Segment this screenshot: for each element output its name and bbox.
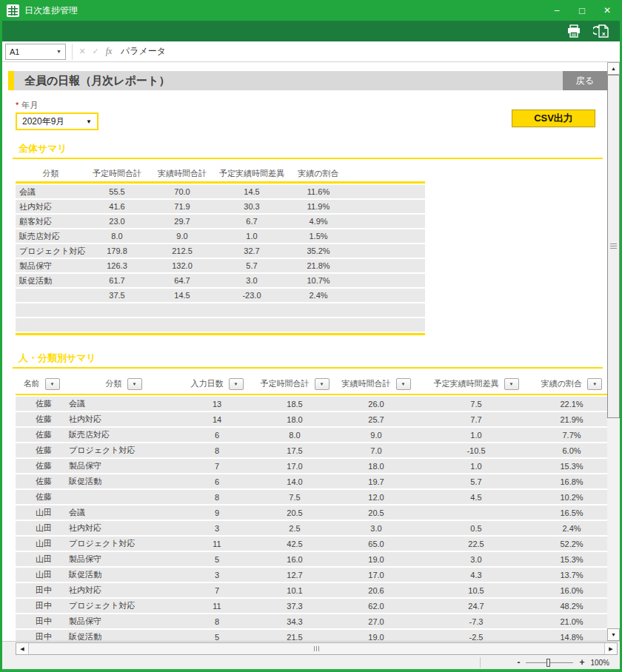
cell-planned-total: 12.7 bbox=[254, 571, 335, 579]
divider bbox=[480, 657, 481, 668]
column-header: 実績時間合計 ▼ bbox=[335, 378, 417, 390]
window-controls: – □ ✕ bbox=[544, 0, 620, 21]
cell-ratio: 21.8% bbox=[287, 261, 350, 270]
cell-actual-total: 3.0 bbox=[335, 524, 417, 533]
name-box-value: A1 bbox=[10, 47, 19, 56]
filter-button[interactable]: ▼ bbox=[396, 378, 411, 390]
table-row: 37.5 14.5 -23.0 2.4% bbox=[16, 289, 425, 302]
cell-actual-total: 65.0 bbox=[335, 540, 417, 548]
cancel-icon[interactable]: ✕ bbox=[76, 47, 89, 56]
cell-name: 佐藤 bbox=[16, 491, 67, 503]
cell-category: 製品保守 bbox=[67, 460, 180, 471]
scroll-down-icon[interactable]: ▼ bbox=[607, 628, 620, 641]
cell-planned-total: 37.5 bbox=[86, 291, 148, 300]
column-header: 予定実績時間差異 bbox=[216, 168, 287, 179]
cell-planned-total: 34.3 bbox=[254, 617, 335, 626]
cell-actual-total: 64.7 bbox=[148, 276, 216, 285]
cell-name: 山田 bbox=[16, 569, 67, 580]
horizontal-scrollbar[interactable]: ◀ ▶ bbox=[16, 642, 618, 655]
table-row: 佐藤 製品保守 7 17.0 18.0 1.0 15.3% bbox=[16, 459, 607, 473]
window-bottom-border bbox=[2, 669, 620, 672]
name-box-dropdown-icon[interactable]: ▼ bbox=[56, 49, 61, 54]
cell-input-days: 8 bbox=[180, 493, 254, 502]
cell-ratio: 15.3% bbox=[535, 555, 607, 564]
year-month-label: *年月 bbox=[16, 100, 607, 110]
cell-category: 販促活動 bbox=[67, 569, 180, 580]
zoom-out-icon[interactable]: - bbox=[517, 658, 520, 667]
maximize-icon[interactable]: □ bbox=[569, 0, 595, 21]
minimize-icon[interactable]: – bbox=[544, 0, 569, 21]
cell-actual-total: 19.7 bbox=[335, 477, 417, 486]
filter-button[interactable]: ▼ bbox=[127, 378, 142, 390]
cell-input-days: 9 bbox=[180, 508, 254, 517]
scroll-up-icon[interactable]: ▲ bbox=[607, 62, 620, 75]
excel-export-icon[interactable]: x bbox=[592, 22, 610, 40]
table-row: 会議 55.5 70.0 14.5 11.6% bbox=[16, 185, 425, 198]
scroll-grip bbox=[314, 646, 320, 651]
cell-name: 佐藤 bbox=[16, 414, 67, 425]
vertical-scroll-thumb[interactable] bbox=[607, 75, 620, 418]
cell-name: 山田 bbox=[16, 554, 67, 565]
cell-actual-total: 26.0 bbox=[335, 400, 417, 409]
cell-ratio: 2.4% bbox=[535, 524, 607, 533]
cell-category: 社内対応 bbox=[67, 523, 180, 534]
zoom-in-icon[interactable]: + bbox=[579, 658, 584, 667]
cell-planned-total: 16.0 bbox=[254, 555, 335, 564]
cell-name: 山田 bbox=[16, 538, 67, 549]
cell-ratio: 6.0% bbox=[535, 446, 607, 455]
cell-difference: 5.7 bbox=[417, 477, 535, 486]
table-row bbox=[16, 303, 425, 317]
filter-button[interactable]: ▼ bbox=[315, 378, 330, 390]
scroll-right-icon[interactable]: ▶ bbox=[605, 643, 617, 654]
zoom-slider[interactable] bbox=[526, 659, 573, 667]
title-strip: 全員の日報（月次レポート） 戻る bbox=[14, 71, 607, 90]
filter-arrow-icon: ▼ bbox=[133, 382, 137, 386]
cell-name: 田中 bbox=[16, 585, 67, 596]
scroll-left-icon[interactable]: ◀ bbox=[16, 643, 28, 654]
filter-button[interactable]: ▼ bbox=[45, 378, 60, 390]
cell-difference: 3.0 bbox=[417, 555, 535, 564]
person-summary-table: 名前 ▼ 分類 ▼ 入力日数 ▼ bbox=[16, 376, 607, 641]
cell-category: 会議 bbox=[67, 507, 180, 518]
cell-difference: 0.5 bbox=[417, 524, 535, 533]
vertical-scroll-track[interactable] bbox=[607, 75, 620, 628]
csv-export-button[interactable]: CSV出力 bbox=[512, 110, 595, 127]
filter-arrow-icon: ▼ bbox=[509, 382, 514, 386]
filter-arrow-icon: ▼ bbox=[592, 382, 597, 386]
cell-input-days: 5 bbox=[180, 555, 254, 564]
table-row: 顧客対応 23.0 29.7 6.7 4.9% bbox=[16, 215, 425, 228]
cell-ratio: 2.4% bbox=[287, 291, 350, 300]
cell-actual-total: 212.5 bbox=[148, 246, 216, 255]
table-header: 分類予定時間合計実績時間合計予定実績時間差異実績の割合 bbox=[16, 168, 425, 184]
cell-ratio: 13.7% bbox=[535, 571, 607, 579]
table-header: 名前 ▼ 分類 ▼ 入力日数 ▼ bbox=[16, 376, 607, 395]
formula-bar: A1 ▼ ✕ ✓ fx パラメータ bbox=[2, 41, 620, 62]
name-box[interactable]: A1 ▼ bbox=[5, 44, 66, 60]
function-icon[interactable]: fx bbox=[102, 46, 116, 57]
table-row: 山田 製品保守 5 16.0 19.0 3.0 15.3% bbox=[16, 552, 607, 566]
filter-button[interactable]: ▼ bbox=[229, 378, 244, 390]
confirm-icon[interactable]: ✓ bbox=[89, 47, 102, 56]
filter-button[interactable]: ▼ bbox=[504, 378, 519, 390]
column-header: 実績の割合 ▼ bbox=[535, 378, 607, 390]
cell-category: プロジェクト対応 bbox=[16, 246, 86, 257]
cell-difference: -10.5 bbox=[417, 446, 535, 455]
close-icon[interactable]: ✕ bbox=[595, 0, 620, 21]
column-header: 実績の割合 bbox=[287, 168, 350, 179]
cell-input-days: 14 bbox=[180, 415, 254, 424]
vertical-scrollbar[interactable]: ▲ ▼ bbox=[607, 62, 620, 641]
formula-input[interactable]: パラメータ bbox=[116, 45, 618, 58]
filter-button[interactable]: ▼ bbox=[587, 378, 602, 390]
cell-difference: 1.0 bbox=[417, 462, 535, 471]
zoom-slider-thumb[interactable] bbox=[546, 659, 550, 667]
cell-difference: -7.3 bbox=[417, 617, 535, 626]
cell-input-days: 8 bbox=[180, 617, 254, 626]
cell-category: 顧客対応 bbox=[16, 216, 86, 227]
cell-ratio: 16.5% bbox=[535, 508, 607, 517]
year-month-select[interactable]: 2020年9月 ▼ bbox=[16, 112, 98, 130]
print-icon[interactable] bbox=[565, 22, 583, 40]
cell-difference: 4.5 bbox=[417, 493, 535, 502]
table-row: 佐藤 社内対応 14 18.0 25.7 7.7 21.9% bbox=[16, 412, 607, 426]
horizontal-scroll-thumb[interactable] bbox=[28, 643, 605, 654]
back-button[interactable]: 戻る bbox=[563, 71, 607, 90]
